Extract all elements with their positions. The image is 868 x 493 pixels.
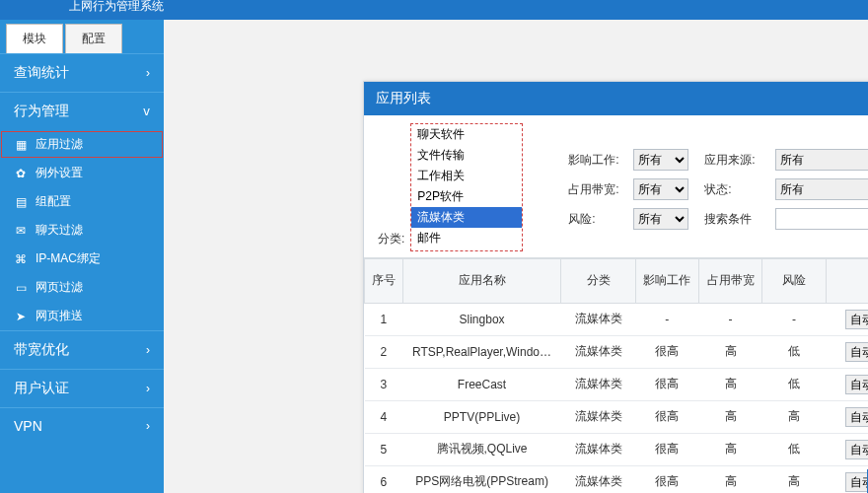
cell: 低 bbox=[762, 335, 826, 368]
filter-bw-label: 占用带宽: bbox=[568, 181, 625, 198]
row-status-select[interactable]: 自动 bbox=[845, 407, 868, 427]
col-name[interactable]: 应用名称 bbox=[402, 259, 561, 304]
nav-group-label: 用户认证 bbox=[14, 380, 69, 397]
cell: 很高 bbox=[635, 335, 698, 368]
chevron-right-icon: › bbox=[146, 66, 150, 80]
cell: 流媒体类 bbox=[561, 368, 635, 400]
sidebar-item-label: 网页推送 bbox=[36, 308, 83, 324]
cell: 腾讯视频,QQLive bbox=[402, 433, 561, 465]
filter-impact-select[interactable]: 所有 bbox=[633, 149, 688, 171]
class-option[interactable]: 聊天软件 bbox=[411, 124, 522, 145]
sidebar-item[interactable]: ✿例外设置 bbox=[0, 159, 164, 187]
table-row[interactable]: 1Slingbox流媒体类---自动⬇ bbox=[365, 303, 869, 335]
row-status-select[interactable]: 自动 bbox=[845, 375, 868, 394]
sidebar-item[interactable]: ▤组配置 bbox=[0, 187, 164, 216]
sidebar-item-label: 网页过滤 bbox=[36, 279, 83, 296]
col-impact[interactable]: 影响工作 bbox=[635, 259, 698, 304]
tab-modules[interactable]: 模块 bbox=[6, 24, 63, 53]
chevron-right-icon: › bbox=[146, 382, 150, 395]
cell: 流媒体类 bbox=[561, 303, 635, 335]
cell: 高 bbox=[698, 433, 761, 465]
nav-group-label: VPN bbox=[14, 418, 42, 434]
sidebar-item[interactable]: ✉聊天过滤 bbox=[0, 216, 164, 245]
sidebar-item-label: 例外设置 bbox=[36, 165, 83, 181]
sidebar-item[interactable]: ⌘IP-MAC绑定 bbox=[0, 245, 164, 273]
filter-status-label: 状态: bbox=[704, 181, 767, 198]
cell: PPS网络电视(PPStream) bbox=[402, 465, 561, 493]
sidebar-item-label: 应用过滤 bbox=[36, 136, 83, 153]
class-option[interactable]: 流媒体类 bbox=[411, 207, 522, 228]
cell: 流媒体类 bbox=[561, 400, 635, 433]
tab-config[interactable]: 配置 bbox=[65, 24, 122, 53]
cell: Slingbox bbox=[402, 303, 561, 335]
class-option[interactable]: 工作相关 bbox=[411, 166, 522, 186]
chevron-right-icon: › bbox=[146, 343, 150, 357]
filter-bw-select[interactable]: 所有 bbox=[633, 178, 688, 200]
cell: - bbox=[762, 303, 826, 335]
nav-group[interactable]: 带宽优化› bbox=[0, 330, 164, 369]
col-risk[interactable]: 风险 bbox=[762, 259, 826, 304]
cell: 3 bbox=[365, 368, 403, 400]
app-list-modal: 应用列表 ✖ 分类: 聊天软件文件传输工作相关P2P软件流媒体类邮件游戏股票软件… bbox=[363, 81, 868, 493]
nav-group[interactable]: 行为管理ⅴ bbox=[0, 92, 164, 130]
page-icon: ▭ bbox=[14, 281, 28, 295]
col-idx[interactable]: 序号 bbox=[365, 259, 403, 304]
cell: 高 bbox=[698, 335, 761, 368]
sidebar-item[interactable]: ➤网页推送 bbox=[0, 302, 164, 330]
class-option[interactable]: P2P软件 bbox=[411, 186, 522, 207]
chevron-down-icon: ⅴ bbox=[143, 105, 150, 118]
cell: 4 bbox=[365, 400, 403, 433]
cell: 流媒体类 bbox=[561, 335, 635, 368]
filter-source-select[interactable]: 所有 bbox=[775, 149, 868, 171]
app-title: 上网行为管理系统 bbox=[0, 0, 868, 20]
table-row[interactable]: 3FreeCast流媒体类很高高低自动 bbox=[365, 368, 869, 400]
nav-group[interactable]: VPN› bbox=[0, 407, 164, 444]
nav-group[interactable]: 查询统计› bbox=[0, 53, 164, 92]
cell: 高 bbox=[698, 368, 761, 400]
cell: 5 bbox=[365, 433, 403, 465]
filter-search-input[interactable] bbox=[775, 208, 868, 230]
chat-icon: ✉ bbox=[14, 224, 28, 238]
filter-source-label: 应用来源: bbox=[704, 152, 767, 169]
row-status-select[interactable]: 自动 bbox=[845, 310, 868, 329]
class-option[interactable]: 游戏股票软件 bbox=[411, 248, 522, 251]
cell: RTSP,RealPlayer,Windo… bbox=[402, 335, 561, 368]
table-row[interactable]: 5腾讯视频,QQLive流媒体类很高高低自动 bbox=[365, 433, 869, 465]
class-option[interactable]: 邮件 bbox=[411, 228, 522, 248]
col-cls[interactable]: 分类 bbox=[561, 259, 635, 304]
row-status-select[interactable]: 自动 bbox=[845, 440, 868, 459]
nav-group[interactable]: 用户认证› bbox=[0, 369, 164, 407]
app-table: 序号 应用名称 分类 影响工作 占用带宽 风险 状态 优先? 1Slingbox… bbox=[364, 258, 868, 493]
col-status[interactable]: 状态 bbox=[826, 259, 868, 304]
content-area: 应用列表 ✖ 分类: 聊天软件文件传输工作相关P2P软件流媒体类邮件游戏股票软件… bbox=[164, 20, 868, 493]
cell: - bbox=[698, 303, 761, 335]
cell: 很高 bbox=[635, 465, 698, 493]
cell: 流媒体类 bbox=[561, 465, 635, 493]
filter-impact-label: 影响工作: bbox=[568, 152, 625, 169]
row-status-select[interactable]: 自动 bbox=[845, 472, 868, 492]
class-option[interactable]: 文件传输 bbox=[411, 145, 522, 166]
col-bw[interactable]: 占用带宽 bbox=[698, 259, 761, 304]
cell: 低 bbox=[762, 368, 826, 400]
cell: 很高 bbox=[635, 400, 698, 433]
cell: 6 bbox=[365, 465, 403, 493]
table-row[interactable]: 4PPTV(PPLive)流媒体类很高高高自动 bbox=[365, 400, 869, 433]
cell: 高 bbox=[698, 465, 761, 493]
cell: PPTV(PPLive) bbox=[402, 400, 561, 433]
class-listbox[interactable]: 聊天软件文件传输工作相关P2P软件流媒体类邮件游戏股票软件翻墙代理其他未知分类 bbox=[410, 123, 523, 251]
cell: 很高 bbox=[635, 368, 698, 400]
sidebar-item[interactable]: ▭网页过滤 bbox=[0, 273, 164, 302]
table-row[interactable]: 6PPS网络电视(PPStream)流媒体类很高高高自动 bbox=[365, 465, 869, 493]
filter-risk-label: 风险: bbox=[568, 211, 625, 228]
apps-icon: ▦ bbox=[14, 138, 28, 152]
row-status-select[interactable]: 自动 bbox=[845, 342, 868, 362]
sidebar-item[interactable]: ▦应用过滤 bbox=[0, 130, 164, 159]
nav-group-label: 带宽优化 bbox=[14, 341, 69, 359]
panel-icon: ▤ bbox=[14, 195, 28, 209]
table-row[interactable]: 2RTSP,RealPlayer,Windo…流媒体类很高高低自动 bbox=[365, 335, 869, 368]
filter-status-select[interactable]: 所有 bbox=[775, 178, 868, 200]
filter-risk-select[interactable]: 所有 bbox=[633, 208, 688, 230]
gear-icon: ✿ bbox=[14, 167, 28, 180]
nav-group-label: 查询统计 bbox=[14, 64, 69, 82]
sidebar-item-label: IP-MAC绑定 bbox=[36, 250, 101, 267]
